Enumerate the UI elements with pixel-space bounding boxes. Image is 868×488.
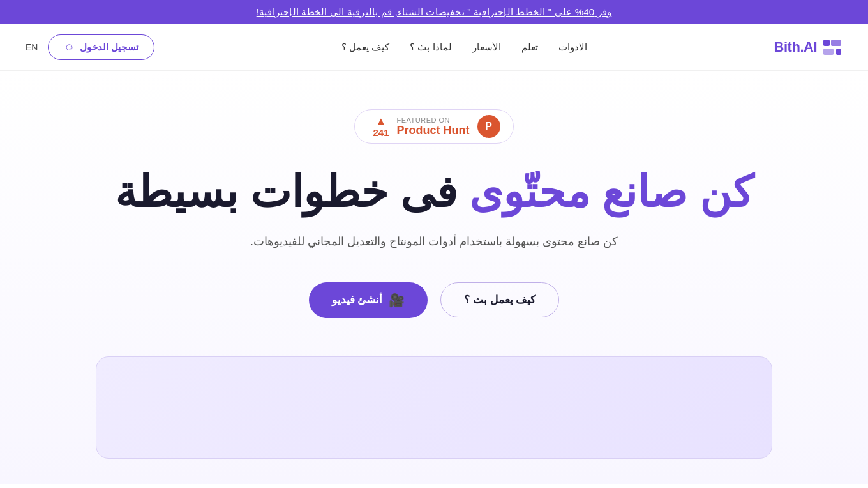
main-nav: كيف يعمل ؟ لماذا بث ؟ الأسعار تعلم الادو… [341,42,587,53]
login-button[interactable]: ☺ تسجيل الدخول [48,34,154,60]
create-video-button[interactable]: أنشئ فيديو 🎥 [309,282,428,318]
svg-rect-0 [823,40,830,46]
header-right: ☺ تسجيل الدخول EN [26,34,154,60]
upvote-arrow-icon: ▲ [375,116,387,127]
product-hunt-votes: ▲ 241 [373,116,389,138]
cta-buttons: أنشئ فيديو 🎥 كيف يعمل بث ؟ [309,282,560,318]
video-icon: 🎥 [389,293,405,308]
product-hunt-text: FEATURED ON Product Hunt [397,116,470,137]
svg-rect-3 [836,49,841,55]
hero-subtitle: كن صانع محتوى بسهولة باستخدام أدوات المو… [250,232,618,252]
svg-rect-1 [831,40,841,46]
header: Bith.AI كيف يعمل ؟ لماذا بث ؟ الأسعار تع… [0,24,868,71]
nav-how-it-works[interactable]: كيف يعمل ؟ [341,42,389,53]
hero-section: P FEATURED ON Product Hunt ▲ 241 كن صانع… [0,71,868,484]
language-switcher[interactable]: EN [26,42,38,52]
logo-icon [822,37,842,57]
product-hunt-logo: P [477,115,500,138]
nav-tools[interactable]: الادوات [558,42,587,53]
nav-learn[interactable]: تعلم [521,42,538,53]
product-hunt-badge[interactable]: P FEATURED ON Product Hunt ▲ 241 [354,109,513,144]
announcement-bar: وفر 40% على " الخطط الإحترافية " تخفيضات… [0,0,868,24]
person-icon: ☺ [64,42,74,53]
announcement-link[interactable]: وفر 40% على " الخطط الإحترافية " تخفيضات… [257,6,612,17]
logo[interactable]: Bith.AI [774,37,842,57]
demo-preview-area [96,356,772,459]
logo-text: Bith.AI [774,39,817,56]
hero-title: كن صانع محتّوى فى خطوات بسيطة [115,167,754,217]
svg-rect-2 [823,49,834,55]
how-it-works-button[interactable]: كيف يعمل بث ؟ [440,282,559,317]
nav-why-bith[interactable]: لماذا بث ؟ [410,42,451,53]
nav-pricing[interactable]: الأسعار [472,42,501,53]
